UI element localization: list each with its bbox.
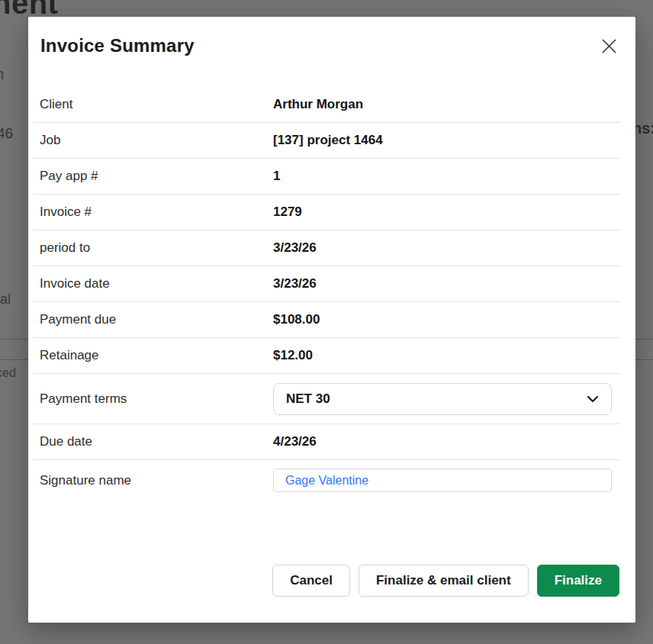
row-label: Payment terms [40,391,273,407]
row-label: Pay app # [40,169,273,184]
backdrop-text-fragment: ns: [632,120,653,137]
backdrop-table-line [635,359,653,360]
row-period-to: period to 3/23/26 [33,230,620,266]
row-invoice-date: Invoice date 3/23/26 [33,266,620,302]
invoice-number-value: 1279 [273,204,612,220]
chevron-down-icon [587,395,599,403]
backdrop-text-fragment: 46 [0,125,13,142]
invoice-date-value: 3/23/26 [273,276,612,291]
signature-name-input[interactable] [273,469,612,492]
dialog-header: Invoice Summary [28,17,635,56]
due-date-value: 4/23/26 [273,434,612,449]
dialog-title: Invoice Summary [40,35,195,56]
row-due-date: Due date 4/23/26 [33,424,620,460]
row-job: Job [137] project 1464 [33,123,620,159]
invoice-summary-table: Client Arthur Morgan Job [137] project 1… [33,87,620,501]
finalize-email-client-button[interactable]: Finalize & email client [359,565,529,597]
row-label: Invoice # [40,204,273,220]
signature-name-cell [273,469,612,492]
row-label: Invoice date [40,276,273,291]
row-invoice-number: Invoice # 1279 [33,195,620,230]
row-label: Client [40,97,273,112]
close-button[interactable] [599,36,619,56]
pay-app-number-value: 1 [273,169,612,184]
period-to-value: 3/23/26 [273,240,612,256]
row-pay-app-number: Pay app # 1 [33,159,620,195]
row-label: Signature name [40,473,273,488]
payment-due-value: $108.00 [273,312,612,327]
close-icon [600,37,618,55]
retainage-value: $12.00 [273,348,612,363]
payment-terms-select[interactable]: NET 30 [273,383,612,415]
payment-terms-cell: NET 30 [273,383,612,415]
backdrop-text-fragment: ial [0,291,11,308]
backdrop-table-line [635,339,653,340]
row-retainage: Retainage $12.00 [33,338,620,374]
row-signature-name: Signature name [33,460,620,501]
row-payment-terms: Payment terms NET 30 [33,374,620,424]
row-payment-due: Payment due $108.00 [33,302,620,338]
row-label: Retainage [40,348,273,363]
backdrop-text-fragment: n [0,66,4,83]
dialog-footer: Cancel Finalize & email client Finalize [272,565,619,597]
finalize-button[interactable]: Finalize [537,565,619,597]
row-label: Payment due [40,312,273,327]
row-label: period to [40,240,273,256]
row-client: Client Arthur Morgan [33,87,620,123]
job-value: [137] project 1464 [273,133,612,148]
backdrop-table-line [0,339,28,340]
payment-terms-selected-value: NET 30 [286,391,330,407]
row-label: Due date [40,434,273,449]
backdrop-text-fragment: ced [0,366,16,380]
cancel-button[interactable]: Cancel [272,565,350,597]
client-value: Arthur Morgan [273,97,612,112]
row-label: Job [40,133,273,148]
invoice-summary-dialog: Invoice Summary Client Arthur Morgan Job… [28,17,635,623]
backdrop-table-line [0,359,28,360]
